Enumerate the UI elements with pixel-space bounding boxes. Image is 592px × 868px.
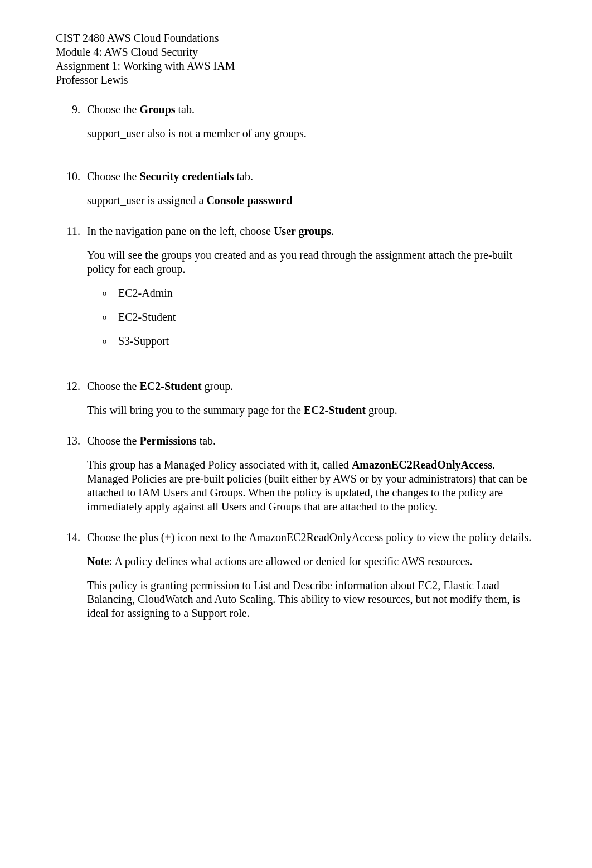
bullet-marker: o xyxy=(103,334,118,348)
bold-text: Permissions xyxy=(139,435,196,447)
list-item-9: 9. Choose the Groups tab. support_user a… xyxy=(56,103,536,141)
paragraph: This policy is granting permission to Li… xyxy=(87,578,536,620)
text: Choose the xyxy=(87,103,139,115)
sub-item-text: EC2-Admin xyxy=(118,286,173,300)
sub-item: o S3-Support xyxy=(103,334,536,348)
item-body: In the navigation pane on the left, choo… xyxy=(87,224,536,358)
paragraph: support_user also is not a member of any… xyxy=(87,127,536,141)
paragraph: Choose the plus (+) icon next to the Ama… xyxy=(87,531,536,544)
paragraph: Choose the Permissions tab. xyxy=(87,434,536,448)
bold-text: + xyxy=(164,531,171,543)
header-assignment: Assignment 1: Working with AWS IAM xyxy=(56,59,536,73)
text: . xyxy=(331,225,334,237)
text: tab. xyxy=(197,435,216,447)
item-body: Choose the Permissions tab. This group h… xyxy=(87,434,536,514)
item-number: 13. xyxy=(56,434,87,514)
bold-text: EC2-Student xyxy=(139,380,201,392)
paragraph: Note: A policy defines what actions are … xyxy=(87,554,536,568)
paragraph: support_user is assigned a Console passw… xyxy=(87,194,536,208)
sub-item: o EC2-Student xyxy=(103,310,536,324)
paragraph: In the navigation pane on the left, choo… xyxy=(87,224,536,238)
item-body: Choose the Security credentials tab. sup… xyxy=(87,170,536,208)
sub-list: o EC2-Admin o EC2-Student o S3-Support xyxy=(87,286,536,348)
text: Choose the xyxy=(87,435,139,447)
text: support_user is assigned a xyxy=(87,194,206,206)
bold-text: User groups xyxy=(274,225,331,237)
bold-text: EC2-Student xyxy=(304,404,366,416)
text: This group has a Managed Policy associat… xyxy=(87,459,352,471)
item-number: 9. xyxy=(56,103,87,141)
text: In the navigation pane on the left, choo… xyxy=(87,225,274,237)
text: group. xyxy=(202,380,234,392)
bullet-marker: o xyxy=(103,310,118,324)
sub-item: o EC2-Admin xyxy=(103,286,536,300)
bold-text: Security credentials xyxy=(139,170,234,182)
paragraph: This will bring you to the summary page … xyxy=(87,403,536,417)
bold-text: Groups xyxy=(139,103,175,115)
item-number: 12. xyxy=(56,379,87,417)
instruction-list: 9. Choose the Groups tab. support_user a… xyxy=(56,103,536,620)
paragraph: Choose the Groups tab. xyxy=(87,103,536,117)
paragraph: Choose the Security credentials tab. xyxy=(87,170,536,184)
paragraph: This group has a Managed Policy associat… xyxy=(87,458,536,514)
item-number: 10. xyxy=(56,170,87,208)
item-number: 14. xyxy=(56,531,87,620)
header-professor: Professor Lewis xyxy=(56,73,536,87)
list-item-14: 14. Choose the plus (+) icon next to the… xyxy=(56,531,536,620)
bold-text: Console password xyxy=(206,194,292,206)
text: : A policy defines what actions are allo… xyxy=(109,555,473,567)
text: Choose the xyxy=(87,170,139,182)
text: This will bring you to the summary page … xyxy=(87,404,304,416)
list-item-12: 12. Choose the EC2-Student group. This w… xyxy=(56,379,536,417)
header-module: Module 4: AWS Cloud Security xyxy=(56,45,536,59)
text: ) icon next to the AmazonEC2ReadOnlyAcce… xyxy=(171,531,532,543)
text: Choose the plus ( xyxy=(87,531,164,543)
item-body: Choose the EC2-Student group. This will … xyxy=(87,379,536,417)
document-header: CIST 2480 AWS Cloud Foundations Module 4… xyxy=(56,31,536,87)
sub-item-text: EC2-Student xyxy=(118,310,176,324)
paragraph: You will see the groups you created and … xyxy=(87,248,536,276)
text: group. xyxy=(366,404,397,416)
item-number: 11. xyxy=(56,224,87,358)
item-body: Choose the plus (+) icon next to the Ama… xyxy=(87,531,536,620)
list-item-10: 10. Choose the Security credentials tab.… xyxy=(56,170,536,208)
bullet-marker: o xyxy=(103,286,118,300)
paragraph: Choose the EC2-Student group. xyxy=(87,379,536,393)
bold-text: Note xyxy=(87,555,109,567)
header-course: CIST 2480 AWS Cloud Foundations xyxy=(56,31,536,45)
sub-item-text: S3-Support xyxy=(118,334,169,348)
bold-text: AmazonEC2ReadOnlyAccess xyxy=(352,459,492,471)
text: tab. xyxy=(234,170,253,182)
list-item-11: 11. In the navigation pane on the left, … xyxy=(56,224,536,358)
text: Choose the xyxy=(87,380,139,392)
text: tab. xyxy=(176,103,195,115)
item-body: Choose the Groups tab. support_user also… xyxy=(87,103,536,141)
list-item-13: 13. Choose the Permissions tab. This gro… xyxy=(56,434,536,514)
